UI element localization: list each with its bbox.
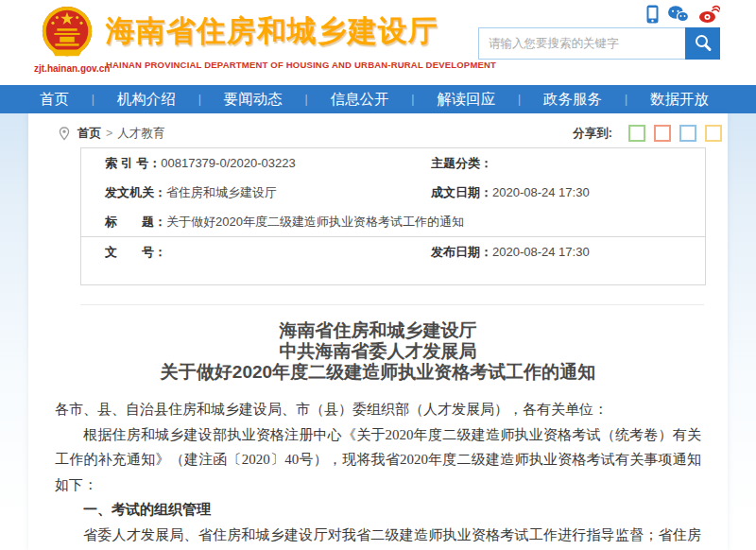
nav-item-data[interactable]: 数据开放 bbox=[650, 90, 709, 110]
page: zjt.hainan.gov.cn 海南省住房和城乡建设厅 HAINAN PRO… bbox=[0, 0, 756, 550]
site-url: zjt.hainan.gov.cn bbox=[34, 63, 100, 74]
nav-item-org[interactable]: 机构介绍 bbox=[117, 90, 176, 110]
meta-row-docno: 文 号： 发布日期：2020-08-24 17:30 bbox=[81, 236, 705, 284]
site-subtitle: HAINAN PROVINCIAL DEPARTMENT OF HOUSING … bbox=[106, 60, 496, 70]
document-meta-table: 索 引 号：00817379-0/2020-03223 主题分类： 发文机关：省… bbox=[80, 147, 706, 285]
brand-text: 海南省住房和城乡建设厅 HAINAN PROVINCIAL DEPARTMENT… bbox=[106, 11, 496, 70]
search-button[interactable] bbox=[685, 27, 720, 60]
national-emblem-icon bbox=[34, 4, 100, 62]
meta-written-date-value: 2020-08-24 17:30 bbox=[492, 185, 590, 199]
nav-separator: | bbox=[411, 93, 414, 106]
meta-agency-label: 发文机关： bbox=[105, 185, 166, 199]
article-body: 各市、县、自治县住房和城乡建设局、市（县）委组织部（人才发展局），各有关单位： … bbox=[55, 397, 701, 550]
share-button-1[interactable] bbox=[628, 125, 645, 142]
meta-index-label: 索 引 号： bbox=[105, 156, 161, 170]
breadcrumb-home[interactable]: 首页 bbox=[77, 126, 101, 142]
site-title: 海南省住房和城乡建设厅 bbox=[106, 11, 496, 51]
mobile-icon[interactable] bbox=[646, 5, 659, 24]
nav-separator: | bbox=[92, 93, 94, 106]
meta-topic-label: 主题分类： bbox=[431, 156, 492, 170]
divider bbox=[80, 304, 704, 305]
meta-written-date-label: 成文日期： bbox=[431, 185, 492, 199]
article-title-line-3: 关于做好2020年度二级建造师执业资格考试工作的通知 bbox=[28, 362, 728, 383]
meta-title-label: 标 题： bbox=[105, 215, 166, 229]
share-button-3[interactable] bbox=[679, 125, 696, 142]
nav-separator: | bbox=[518, 93, 521, 106]
meta-published-date-value: 2020-08-24 17:30 bbox=[492, 245, 590, 259]
breadcrumb-separator: > bbox=[106, 127, 112, 140]
share-button-4[interactable] bbox=[705, 125, 722, 142]
nav-item-info[interactable]: 信息公开 bbox=[330, 90, 388, 110]
breadcrumb: 首页 > 人才教育 分享到: bbox=[28, 113, 728, 144]
content-panel: 首页 > 人才教育 分享到: 索 引 号：00817379-0/2020-032… bbox=[28, 113, 728, 550]
weibo-icon[interactable] bbox=[698, 5, 720, 24]
meta-published-date-label: 发布日期： bbox=[431, 245, 492, 259]
share-label: 分享到: bbox=[573, 126, 612, 142]
page-body: 首页 > 人才教育 分享到: 索 引 号：00817379-0/2020-032… bbox=[0, 113, 756, 550]
search-bar bbox=[478, 27, 720, 60]
nav-item-response[interactable]: 解读回应 bbox=[437, 90, 495, 110]
meta-index-value: 00817379-0/2020-03223 bbox=[161, 156, 295, 170]
search-icon bbox=[694, 33, 713, 55]
wechat-icon[interactable] bbox=[667, 5, 690, 24]
article-title: 海南省住房和城乡建设厅 中共海南省委人才发展局 关于做好2020年度二级建造师执… bbox=[28, 320, 728, 383]
nav-separator: | bbox=[304, 93, 307, 106]
meta-agency-value: 省住房和城乡建设厅 bbox=[166, 185, 277, 199]
meta-row-title: 标 题：关于做好2020年度二级建造师执业资格考试工作的通知 bbox=[81, 207, 705, 236]
article-title-line-1: 海南省住房和城乡建设厅 bbox=[28, 320, 728, 341]
meta-row-agency: 发文机关：省住房和城乡建设厅 成文日期：2020-08-24 17:30 bbox=[81, 178, 705, 207]
share-button-2[interactable] bbox=[654, 125, 671, 142]
nav-separator: | bbox=[198, 93, 201, 106]
breadcrumb-current[interactable]: 人才教育 bbox=[117, 126, 164, 142]
meta-row-index: 索 引 号：00817379-0/2020-03223 主题分类： bbox=[81, 148, 705, 178]
header-right bbox=[478, 4, 720, 60]
location-pin-icon bbox=[59, 127, 70, 141]
site-header: zjt.hainan.gov.cn 海南省住房和城乡建设厅 HAINAN PRO… bbox=[0, 0, 756, 85]
article-section-heading: 一、考试的组织管理 bbox=[55, 497, 701, 523]
article-paragraph-intro: 根据住房和城乡建设部执业资格注册中心《关于2020年度二级建造师执业资格考试（统… bbox=[55, 422, 701, 498]
meta-title-value: 关于做好2020年度二级建造师执业资格考试工作的通知 bbox=[166, 215, 464, 229]
nav-item-home[interactable]: 首页 bbox=[40, 90, 69, 110]
meta-docno-label: 文 号： bbox=[105, 245, 166, 259]
main-nav: 首页 | 机构介绍 | 要闻动态 | 信息公开 | 解读回应 | 政务服务 | … bbox=[0, 85, 756, 113]
article-paragraph-section-body: 省委人才发展局、省住房和城乡建设厅对我省二级建造师执业资格考试工作进行指导监督；… bbox=[55, 523, 701, 550]
article-title-line-2: 中共海南省委人才发展局 bbox=[28, 341, 728, 362]
nav-separator: | bbox=[625, 93, 627, 106]
nav-item-services[interactable]: 政务服务 bbox=[543, 90, 602, 110]
site-logo-link[interactable]: zjt.hainan.gov.cn bbox=[34, 4, 100, 74]
nav-item-news[interactable]: 要闻动态 bbox=[224, 90, 283, 110]
article-paragraph-salutation: 各市、县、自治县住房和城乡建设局、市（县）委组织部（人才发展局），各有关单位： bbox=[55, 397, 701, 422]
search-input[interactable] bbox=[478, 27, 685, 60]
quick-icons bbox=[478, 4, 720, 25]
